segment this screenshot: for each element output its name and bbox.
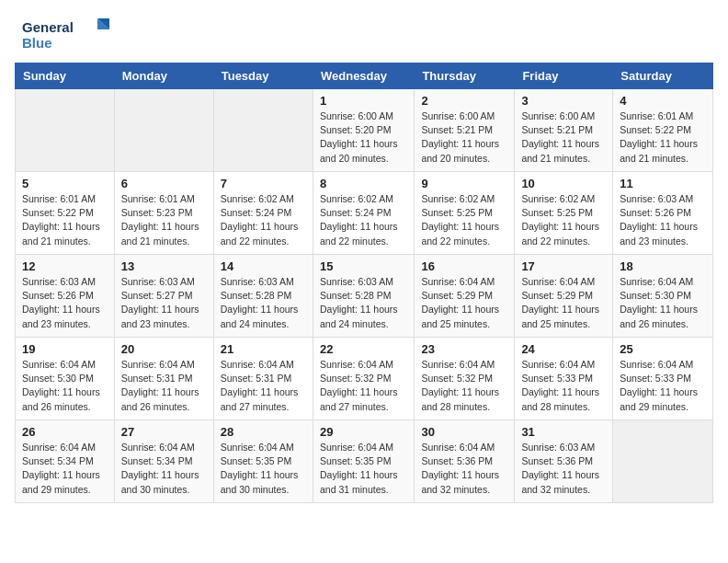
day-info: Sunrise: 6:04 AMSunset: 5:31 PMDaylight:… xyxy=(221,358,306,414)
weekday-header-friday: Friday xyxy=(515,63,613,89)
day-cell: 5Sunrise: 6:01 AMSunset: 5:22 PMDaylight… xyxy=(16,172,115,255)
day-number: 26 xyxy=(22,425,108,439)
day-info: Sunrise: 6:03 AMSunset: 5:27 PMDaylight:… xyxy=(121,275,207,331)
day-number: 28 xyxy=(221,425,306,439)
day-cell: 29Sunrise: 6:04 AMSunset: 5:35 PMDayligh… xyxy=(313,420,414,503)
day-cell: 2Sunrise: 6:00 AMSunset: 5:21 PMDaylight… xyxy=(415,89,515,172)
day-cell xyxy=(613,420,713,503)
day-info: Sunrise: 6:04 AMSunset: 5:35 PMDaylight:… xyxy=(221,441,306,497)
day-info: Sunrise: 6:02 AMSunset: 5:24 PMDaylight:… xyxy=(221,192,306,248)
day-cell: 23Sunrise: 6:04 AMSunset: 5:32 PMDayligh… xyxy=(415,338,515,420)
day-info: Sunrise: 6:04 AMSunset: 5:32 PMDaylight:… xyxy=(421,358,507,414)
weekday-header-tuesday: Tuesday xyxy=(213,63,313,89)
day-number: 27 xyxy=(121,425,207,439)
day-number: 24 xyxy=(521,342,606,356)
day-cell: 26Sunrise: 6:04 AMSunset: 5:34 PMDayligh… xyxy=(16,420,115,503)
calendar-wrapper: SundayMondayTuesdayWednesdayThursdayFrid… xyxy=(0,63,728,511)
weekday-header-monday: Monday xyxy=(114,63,213,89)
day-cell: 12Sunrise: 6:03 AMSunset: 5:26 PMDayligh… xyxy=(16,255,115,338)
day-number: 6 xyxy=(121,177,207,190)
week-row-2: 5Sunrise: 6:01 AMSunset: 5:22 PMDaylight… xyxy=(16,172,713,255)
day-number: 17 xyxy=(521,259,606,273)
day-number: 16 xyxy=(421,259,507,273)
day-cell: 28Sunrise: 6:04 AMSunset: 5:35 PMDayligh… xyxy=(213,420,313,503)
day-info: Sunrise: 6:01 AMSunset: 5:23 PMDaylight:… xyxy=(121,192,207,248)
weekday-header-thursday: Thursday xyxy=(415,63,515,89)
day-info: Sunrise: 6:03 AMSunset: 5:28 PMDaylight:… xyxy=(221,275,306,331)
day-cell: 13Sunrise: 6:03 AMSunset: 5:27 PMDayligh… xyxy=(114,255,213,338)
day-info: Sunrise: 6:04 AMSunset: 5:34 PMDaylight:… xyxy=(22,441,108,497)
day-info: Sunrise: 6:00 AMSunset: 5:21 PMDaylight:… xyxy=(521,109,606,166)
day-info: Sunrise: 6:04 AMSunset: 5:36 PMDaylight:… xyxy=(421,441,507,497)
day-number: 8 xyxy=(320,177,407,190)
day-number: 22 xyxy=(320,342,407,356)
logo-svg: General Blue xyxy=(22,15,114,55)
weekday-header-wednesday: Wednesday xyxy=(313,63,414,89)
svg-text:Blue: Blue xyxy=(22,35,52,51)
day-cell: 7Sunrise: 6:02 AMSunset: 5:24 PMDaylight… xyxy=(213,172,313,255)
day-cell: 30Sunrise: 6:04 AMSunset: 5:36 PMDayligh… xyxy=(415,420,515,503)
day-info: Sunrise: 6:01 AMSunset: 5:22 PMDaylight:… xyxy=(22,192,108,248)
day-number: 4 xyxy=(620,94,706,108)
day-info: Sunrise: 6:03 AMSunset: 5:36 PMDaylight:… xyxy=(521,441,606,497)
day-info: Sunrise: 6:02 AMSunset: 5:25 PMDaylight:… xyxy=(421,192,507,248)
day-cell: 8Sunrise: 6:02 AMSunset: 5:24 PMDaylight… xyxy=(313,172,414,255)
day-info: Sunrise: 6:04 AMSunset: 5:31 PMDaylight:… xyxy=(121,358,207,414)
day-info: Sunrise: 6:04 AMSunset: 5:30 PMDaylight:… xyxy=(22,358,108,414)
day-cell xyxy=(16,89,115,172)
logo: General Blue xyxy=(22,15,114,55)
day-number: 1 xyxy=(320,94,407,108)
day-cell: 6Sunrise: 6:01 AMSunset: 5:23 PMDaylight… xyxy=(114,172,213,255)
day-number: 10 xyxy=(521,177,606,190)
day-number: 9 xyxy=(421,177,507,190)
day-number: 31 xyxy=(521,425,606,439)
day-info: Sunrise: 6:03 AMSunset: 5:26 PMDaylight:… xyxy=(22,275,108,331)
day-cell: 15Sunrise: 6:03 AMSunset: 5:28 PMDayligh… xyxy=(313,255,414,338)
day-number: 18 xyxy=(620,259,706,273)
day-number: 21 xyxy=(221,342,306,356)
week-row-3: 12Sunrise: 6:03 AMSunset: 5:26 PMDayligh… xyxy=(16,255,713,338)
day-number: 30 xyxy=(421,425,507,439)
day-info: Sunrise: 6:04 AMSunset: 5:32 PMDaylight:… xyxy=(320,358,407,414)
day-info: Sunrise: 6:04 AMSunset: 5:30 PMDaylight:… xyxy=(620,275,706,331)
day-info: Sunrise: 6:02 AMSunset: 5:24 PMDaylight:… xyxy=(320,192,407,248)
day-cell: 9Sunrise: 6:02 AMSunset: 5:25 PMDaylight… xyxy=(415,172,515,255)
day-number: 15 xyxy=(320,259,407,273)
day-cell: 21Sunrise: 6:04 AMSunset: 5:31 PMDayligh… xyxy=(213,338,313,420)
day-number: 20 xyxy=(121,342,207,356)
logo-bird-icon: General Blue xyxy=(22,15,114,55)
day-cell: 31Sunrise: 6:03 AMSunset: 5:36 PMDayligh… xyxy=(515,420,613,503)
day-cell: 25Sunrise: 6:04 AMSunset: 5:33 PMDayligh… xyxy=(613,338,713,420)
day-cell xyxy=(114,89,213,172)
day-cell: 1Sunrise: 6:00 AMSunset: 5:20 PMDaylight… xyxy=(313,89,414,172)
day-cell: 11Sunrise: 6:03 AMSunset: 5:26 PMDayligh… xyxy=(613,172,713,255)
day-cell: 14Sunrise: 6:03 AMSunset: 5:28 PMDayligh… xyxy=(213,255,313,338)
week-row-4: 19Sunrise: 6:04 AMSunset: 5:30 PMDayligh… xyxy=(16,338,713,420)
header: General Blue xyxy=(0,0,728,63)
day-cell: 17Sunrise: 6:04 AMSunset: 5:29 PMDayligh… xyxy=(515,255,613,338)
day-number: 3 xyxy=(521,94,606,108)
day-cell: 4Sunrise: 6:01 AMSunset: 5:22 PMDaylight… xyxy=(613,89,713,172)
day-cell: 20Sunrise: 6:04 AMSunset: 5:31 PMDayligh… xyxy=(114,338,213,420)
day-cell: 16Sunrise: 6:04 AMSunset: 5:29 PMDayligh… xyxy=(415,255,515,338)
day-info: Sunrise: 6:01 AMSunset: 5:22 PMDaylight:… xyxy=(620,109,706,166)
day-cell: 22Sunrise: 6:04 AMSunset: 5:32 PMDayligh… xyxy=(313,338,414,420)
weekday-header-sunday: Sunday xyxy=(16,63,115,89)
weekday-header-saturday: Saturday xyxy=(613,63,713,89)
day-number: 13 xyxy=(121,259,207,273)
day-cell: 3Sunrise: 6:00 AMSunset: 5:21 PMDaylight… xyxy=(515,89,613,172)
day-number: 5 xyxy=(22,177,108,190)
day-info: Sunrise: 6:02 AMSunset: 5:25 PMDaylight:… xyxy=(521,192,606,248)
day-cell: 10Sunrise: 6:02 AMSunset: 5:25 PMDayligh… xyxy=(515,172,613,255)
day-number: 2 xyxy=(421,94,507,108)
day-info: Sunrise: 6:04 AMSunset: 5:33 PMDaylight:… xyxy=(620,358,706,414)
day-number: 11 xyxy=(620,177,706,190)
day-info: Sunrise: 6:04 AMSunset: 5:29 PMDaylight:… xyxy=(521,275,606,331)
day-cell: 19Sunrise: 6:04 AMSunset: 5:30 PMDayligh… xyxy=(16,338,115,420)
day-cell: 18Sunrise: 6:04 AMSunset: 5:30 PMDayligh… xyxy=(613,255,713,338)
day-cell: 27Sunrise: 6:04 AMSunset: 5:34 PMDayligh… xyxy=(114,420,213,503)
svg-text:General: General xyxy=(22,19,74,35)
day-number: 14 xyxy=(221,259,306,273)
day-info: Sunrise: 6:04 AMSunset: 5:33 PMDaylight:… xyxy=(521,358,606,414)
day-info: Sunrise: 6:04 AMSunset: 5:29 PMDaylight:… xyxy=(421,275,507,331)
